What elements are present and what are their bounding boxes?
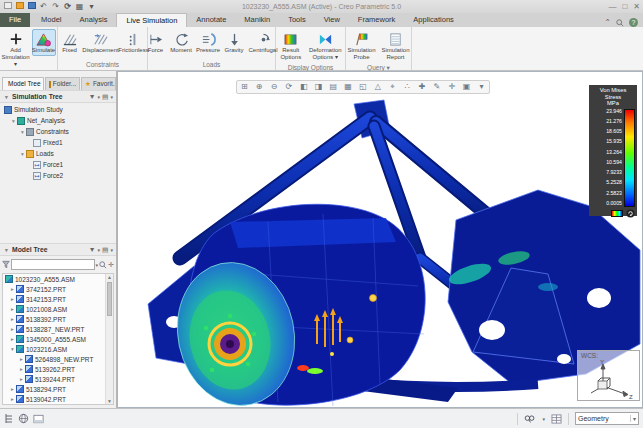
- expander-collapsed-icon[interactable]: ▸: [9, 336, 16, 342]
- saved-orientations-icon[interactable]: ▤: [327, 81, 340, 93]
- chevron-down-icon[interactable]: ▾: [110, 94, 113, 100]
- moment-button[interactable]: Moment: [169, 29, 194, 56]
- simulation-report-button[interactable]: Simulation Report: [380, 29, 412, 63]
- tab-view[interactable]: View: [315, 13, 349, 27]
- repaint-icon[interactable]: ⟳: [282, 81, 295, 93]
- tab-folder-browser[interactable]: Folder...: [45, 77, 80, 90]
- displacement-button[interactable]: Displacement: [83, 29, 119, 56]
- expander-collapsed-icon[interactable]: ▸: [18, 356, 25, 362]
- sim-display-icon[interactable]: ▣: [460, 81, 473, 93]
- tree-item[interactable]: ▸ 5138287_NEW.PRT: [3, 324, 105, 334]
- expander-collapsed-icon[interactable]: ▸: [9, 396, 16, 402]
- tab-model-tree[interactable]: Model Tree: [2, 77, 44, 90]
- expander-expanded-icon[interactable]: ▾: [10, 118, 17, 124]
- tab-tools[interactable]: Tools: [279, 13, 315, 27]
- legend-spectrum-icon[interactable]: [611, 210, 623, 217]
- minimize-ribbon-icon[interactable]: ⌃: [604, 18, 611, 27]
- zoom-in-icon[interactable]: ⊕: [253, 81, 266, 93]
- expander-collapsed-icon[interactable]: ▸: [9, 306, 16, 312]
- tree-columns-icon[interactable]: ▤: [102, 246, 108, 254]
- undo-icon[interactable]: ↶: [39, 2, 48, 11]
- tree-columns-icon[interactable]: ▤: [102, 93, 108, 101]
- tab-annotate[interactable]: Annotate: [187, 13, 235, 27]
- save-icon[interactable]: [27, 2, 36, 11]
- chevron-down-icon[interactable]: ▾: [96, 262, 99, 268]
- centrifugal-button[interactable]: Centrifugal: [248, 29, 279, 56]
- datum-planes-icon[interactable]: △: [371, 81, 384, 93]
- expander-collapsed-icon[interactable]: ▸: [9, 286, 16, 292]
- windows-icon[interactable]: ▦: [75, 2, 84, 11]
- tree-item[interactable]: ▸ 3742152.PRT: [3, 284, 105, 294]
- web-browser-toggle-icon[interactable]: [18, 413, 29, 424]
- expander-expanded-icon[interactable]: ▾: [9, 346, 16, 352]
- close-button[interactable]: ✕: [633, 2, 640, 11]
- tree-item[interactable]: ▸ 1345000_A555.ASM: [3, 334, 105, 344]
- perspective-icon[interactable]: ◱: [356, 81, 369, 93]
- tree-item[interactable]: ▸ 5138294.PRT: [3, 384, 105, 394]
- tree-item-force1[interactable]: ↦ Force1: [2, 159, 114, 170]
- tab-analysis[interactable]: Analysis: [71, 13, 117, 27]
- annotation-display-icon[interactable]: ✎: [430, 81, 443, 93]
- tree-item[interactable]: ▸ 5139244.PRT: [3, 374, 105, 384]
- new-file-icon[interactable]: [3, 2, 12, 11]
- view-manager-icon[interactable]: ▦: [342, 81, 355, 93]
- maximize-button[interactable]: □: [622, 2, 627, 11]
- simulation-probe-button[interactable]: Simulation Probe: [346, 29, 378, 63]
- help-icon[interactable]: ?: [629, 18, 638, 27]
- deformation-options-button[interactable]: Deformation Options ▾: [307, 29, 344, 63]
- gravity-button[interactable]: Gravity: [223, 29, 246, 56]
- expander-collapsed-icon[interactable]: ▸: [9, 296, 16, 302]
- expander-collapsed-icon[interactable]: ▸: [9, 386, 16, 392]
- tree-item[interactable]: ▸ 5139262.PRT: [3, 364, 105, 374]
- simulate-button[interactable]: Simulate: [32, 29, 56, 56]
- expander-collapsed-icon[interactable]: ▸: [18, 376, 25, 382]
- scroll-down-icon[interactable]: ▼: [106, 398, 113, 404]
- expander-collapsed-icon[interactable]: ▸: [9, 316, 16, 322]
- tab-manikin[interactable]: Manikin: [235, 13, 279, 27]
- tree-item[interactable]: ▸ 3142153.PRT: [3, 294, 105, 304]
- tree-item-analysis[interactable]: ▾ Net_Analysis: [2, 115, 114, 126]
- tree-item-force2[interactable]: ↦ Force2: [2, 170, 114, 181]
- tree-item[interactable]: ▸ 5138392.PRT: [3, 314, 105, 324]
- zoom-out-icon[interactable]: ⊖: [268, 81, 281, 93]
- tree-item[interactable]: ▸ 5264898_NEW.PRT: [3, 354, 105, 364]
- expander-expanded-icon[interactable]: ▾: [19, 151, 26, 157]
- scroll-up-icon[interactable]: ▲: [106, 274, 113, 280]
- fea-model-render[interactable]: [118, 72, 642, 407]
- tree-item-simulation-study[interactable]: Simulation Study: [2, 104, 114, 115]
- datum-axes-icon[interactable]: ⌖: [386, 81, 399, 93]
- redo-icon[interactable]: ↷: [51, 2, 60, 11]
- search-icon[interactable]: [99, 261, 107, 269]
- tree-item[interactable]: ▾ 1023216.ASM: [3, 344, 105, 354]
- regenerate-icon[interactable]: ⟳: [63, 2, 72, 11]
- legend-options-icon[interactable]: [626, 209, 635, 218]
- datum-points-icon[interactable]: ∴: [401, 81, 414, 93]
- tree-item-fixed1[interactable]: Fixed1: [2, 137, 114, 148]
- tree-item[interactable]: ▸ 1021008.ASM: [3, 304, 105, 314]
- find-icon[interactable]: [524, 414, 536, 424]
- tab-framework[interactable]: Framework: [349, 13, 405, 27]
- chevron-down-icon[interactable]: ▾: [98, 247, 101, 253]
- navigator-toggle-icon[interactable]: [4, 413, 14, 424]
- qat-customize-icon[interactable]: ▾: [87, 2, 96, 11]
- selection-filter-dropdown[interactable]: Geometry ▾: [575, 412, 639, 425]
- expander-collapsed-icon[interactable]: ▸: [9, 326, 16, 332]
- shading-quality-icon[interactable]: ◧: [297, 81, 310, 93]
- add-simulation-button[interactable]: Add Simulation ▾: [2, 29, 30, 70]
- locate-icon[interactable]: ✛: [108, 261, 114, 269]
- collapse-icon[interactable]: ▾: [3, 247, 10, 253]
- result-options-button[interactable]: Result Options: [277, 29, 305, 63]
- tab-favorites[interactable]: ★ Favorit...: [81, 77, 116, 90]
- datum-csys-icon[interactable]: ✚: [416, 81, 429, 93]
- tab-model[interactable]: Model: [32, 13, 70, 27]
- open-icon[interactable]: [15, 2, 24, 11]
- fixed-button[interactable]: Fixed: [59, 29, 81, 56]
- filter-funnel-icon[interactable]: [2, 260, 10, 269]
- tab-file[interactable]: File: [0, 13, 30, 27]
- chevron-down-icon[interactable]: ▾: [542, 416, 545, 422]
- refit-icon[interactable]: ⊞: [238, 81, 251, 93]
- selection-filter-icon[interactable]: [551, 414, 562, 424]
- graphics-viewport[interactable]: ⊞ ⊕ ⊖ ⟳ ◧ ◨ ▤ ▦ ◱ △ ⌖ ∴ ✚ ✎ ✛ ▣ ▾ Von Mi…: [117, 71, 643, 408]
- command-search-icon[interactable]: [616, 19, 624, 27]
- model-tree-search-input[interactable]: [11, 259, 95, 270]
